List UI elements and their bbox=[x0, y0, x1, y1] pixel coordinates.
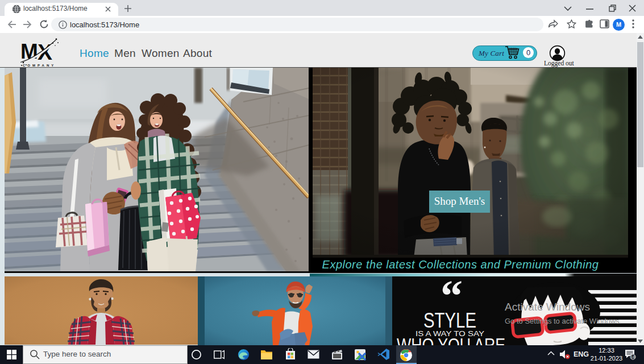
svg-text:X: X bbox=[38, 40, 52, 64]
svg-text:WHO YOU ARE: WHO YOU ARE bbox=[397, 334, 505, 345]
svg-text:COMPANY: COMPANY bbox=[23, 64, 56, 67]
svg-text:STYLE: STYLE bbox=[423, 309, 476, 332]
svg-text:18: 18 bbox=[630, 354, 635, 359]
